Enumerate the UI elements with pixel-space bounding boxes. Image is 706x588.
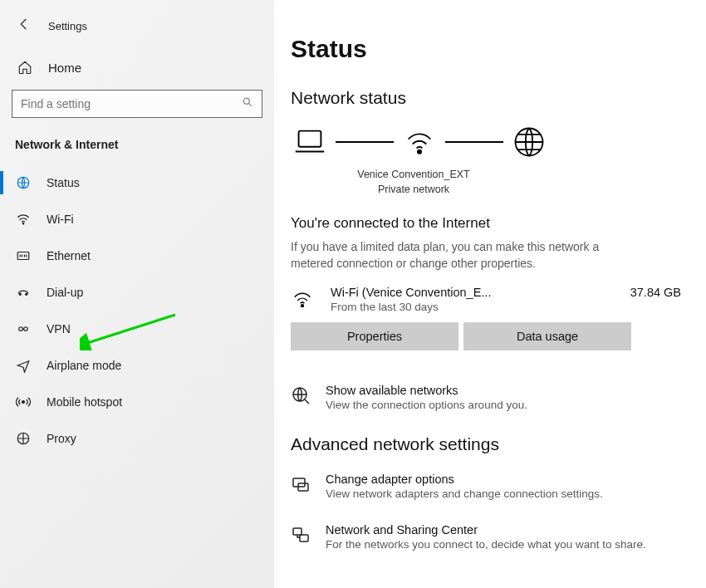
sidebar-item-airplane[interactable]: Airplane mode — [0, 347, 274, 384]
search-icon — [242, 96, 253, 111]
diagram-net-type: Private network — [291, 183, 537, 198]
back-icon[interactable] — [17, 17, 32, 35]
sidebar-item-label: VPN — [47, 322, 71, 336]
home-label: Home — [48, 61, 81, 75]
properties-button[interactable]: Properties — [291, 322, 458, 350]
connection-wifi-icon — [291, 286, 316, 314]
section-title: Network & Internet — [0, 133, 274, 164]
svg-point-13 — [418, 150, 421, 154]
sidebar-item-label: Ethernet — [47, 249, 91, 262]
svg-point-0 — [243, 98, 249, 104]
svg-point-8 — [22, 401, 25, 404]
sidebar-item-label: Dial-up — [47, 286, 83, 299]
svg-point-2 — [22, 223, 24, 225]
diagram-caption: Venice Convention_EXT Private network — [291, 168, 537, 197]
sidebar-item-hotspot[interactable]: Mobile hotspot — [0, 384, 274, 420]
available-title: Show available networks — [326, 384, 527, 397]
network-sharing-center[interactable]: Network and Sharing Center For the netwo… — [291, 523, 681, 551]
status-icon — [15, 175, 32, 190]
adapter-icon — [291, 473, 311, 497]
home-nav[interactable]: Home — [0, 51, 274, 90]
connected-title: You're connected to the Internet — [291, 215, 681, 232]
globe-icon — [510, 123, 548, 161]
dialup-icon — [15, 285, 32, 300]
svg-point-4 — [19, 293, 21, 295]
sidebar-item-label: Airplane mode — [47, 359, 121, 372]
wifi-icon — [15, 212, 32, 227]
sidebar-item-label: Status — [47, 176, 80, 189]
network-diagram — [291, 123, 681, 161]
sharing-title: Network and Sharing Center — [326, 523, 646, 537]
connection-name: Wi-Fi (Venice Convention_E... — [331, 286, 615, 299]
laptop-icon — [291, 123, 329, 161]
page-title: Status — [291, 35, 681, 63]
search-input[interactable] — [21, 97, 218, 110]
sidebar-item-status[interactable]: Status — [0, 164, 274, 201]
connected-desc: If you have a limited data plan, you can… — [291, 238, 623, 272]
svg-point-7 — [24, 327, 28, 331]
airplane-icon — [15, 358, 32, 373]
svg-rect-12 — [299, 131, 321, 147]
sidebar-item-proxy[interactable]: Proxy — [0, 420, 274, 457]
hotspot-icon — [15, 394, 32, 409]
sidebar-item-label: Wi-Fi — [47, 213, 74, 226]
advanced-heading: Advanced network settings — [291, 434, 681, 454]
sharing-desc: For the networks you connect to, decide … — [326, 538, 646, 551]
connection-row: Wi-Fi (Venice Convention_E... From the l… — [291, 286, 681, 314]
wifi-node-icon — [400, 123, 439, 161]
diagram-ssid: Venice Convention_EXT — [291, 168, 537, 183]
sidebar-item-label: Mobile hotspot — [47, 395, 122, 409]
sidebar-item-ethernet[interactable]: Ethernet — [0, 238, 274, 274]
svg-point-5 — [26, 293, 27, 295]
connection-sub: From the last 30 days — [331, 301, 615, 313]
vpn-icon — [15, 321, 32, 336]
svg-rect-3 — [17, 252, 29, 260]
svg-point-6 — [19, 327, 23, 331]
sharing-icon — [291, 523, 311, 548]
show-available-networks[interactable]: Show available networks View the connect… — [291, 384, 681, 411]
proxy-icon — [15, 431, 32, 446]
app-title: Settings — [48, 20, 87, 32]
search-box[interactable] — [12, 90, 262, 118]
data-usage-button[interactable]: Data usage — [463, 322, 631, 350]
svg-point-15 — [302, 304, 304, 306]
available-desc: View the connection options around you. — [326, 399, 527, 411]
svg-rect-19 — [293, 528, 302, 535]
sidebar-item-label: Proxy — [47, 432, 76, 445]
network-status-heading: Network status — [291, 88, 681, 108]
sidebar-item-dialup[interactable]: Dial-up — [0, 274, 274, 311]
available-networks-icon — [291, 384, 311, 409]
svg-rect-20 — [300, 535, 308, 541]
adapter-title: Change adapter options — [326, 473, 603, 486]
ethernet-icon — [15, 248, 32, 263]
svg-rect-17 — [293, 478, 305, 487]
connection-size: 37.84 GB — [630, 286, 681, 299]
change-adapter-options[interactable]: Change adapter options View network adap… — [291, 473, 681, 500]
home-icon — [17, 60, 33, 75]
sidebar-item-wifi[interactable]: Wi-Fi — [0, 201, 274, 238]
sidebar-item-vpn[interactable]: VPN — [0, 311, 274, 347]
adapter-desc: View network adapters and change connect… — [326, 488, 603, 500]
